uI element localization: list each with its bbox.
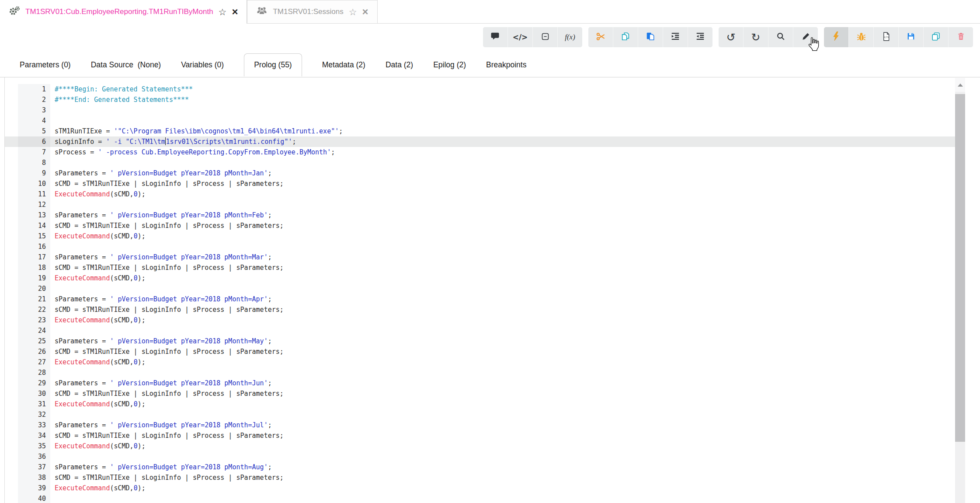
line-number: 5	[18, 126, 50, 136]
favorite-star-icon[interactable]: ☆	[349, 7, 357, 17]
save-button[interactable]	[899, 27, 924, 47]
code-line[interactable]: 26sCMD = sTM1RunTIExe | sLoginInfo | sPr…	[5, 346, 955, 357]
code-editor[interactable]: 1#****Begin: Generated Statements***2#**…	[4, 77, 955, 503]
line-number: 17	[18, 252, 50, 262]
indent-button[interactable]	[663, 27, 688, 47]
code-line[interactable]: 33sParameters = ' pVersion=Budget pYear=…	[5, 420, 955, 430]
code-icon: </>	[513, 33, 528, 42]
code-line[interactable]: 29sParameters = ' pVersion=Budget pYear=…	[5, 378, 955, 388]
duplicate-button[interactable]	[924, 27, 949, 47]
code-line[interactable]: 12	[5, 199, 955, 210]
code-line[interactable]: 5sTM1RunTIExe = '"C:\Program Files\ibm\c…	[5, 126, 955, 136]
code-line[interactable]: 40	[5, 493, 955, 503]
indent-icon	[671, 31, 680, 43]
scroll-up-arrow-icon[interactable]	[955, 78, 965, 92]
line-number: 7	[18, 147, 50, 157]
code-line[interactable]: 4	[5, 115, 955, 126]
code-line[interactable]: 31ExecuteCommand(sCMD,0);	[5, 399, 955, 409]
view-source-button[interactable]: </>	[874, 27, 899, 47]
tab-metadata[interactable]: Metadata (2)	[322, 60, 365, 70]
code-line[interactable]: 28	[5, 367, 955, 378]
search-button[interactable]	[768, 27, 793, 47]
code-line[interactable]: 11ExecuteCommand(sCMD,0);	[5, 189, 955, 199]
code-line[interactable]: 17sParameters = ' pVersion=Budget pYear=…	[5, 252, 955, 262]
line-number: 12	[18, 199, 50, 210]
scrollbar-thumb[interactable]	[955, 94, 965, 442]
code-line[interactable]: 10sCMD = sTM1RunTIExe | sLoginInfo | sPr…	[5, 178, 955, 189]
tab-data[interactable]: Data (2)	[386, 60, 413, 70]
code-button[interactable]: </>	[508, 27, 533, 47]
debug-button[interactable]	[849, 27, 874, 47]
favorite-star-icon[interactable]: ☆	[219, 7, 227, 17]
tab-breakpoints[interactable]: Breakpoints	[486, 60, 526, 70]
code-line[interactable]: 2#****End: Generated Statements****	[5, 94, 955, 105]
code-line[interactable]: 16	[5, 241, 955, 252]
paste-button[interactable]	[638, 27, 663, 47]
code-line[interactable]: 13sParameters = ' pVersion=Budget pYear=…	[5, 210, 955, 220]
code-line[interactable]: 21sParameters = ' pVersion=Budget pYear=…	[5, 294, 955, 304]
copy-icon	[621, 31, 630, 43]
edit-pencil-icon	[801, 32, 810, 43]
line-number: 31	[18, 399, 50, 409]
code-line[interactable]: 34sCMD = sTM1RunTIExe | sLoginInfo | sPr…	[5, 430, 955, 441]
code-line[interactable]: 9sParameters = ' pVersion=Budget pYear=2…	[5, 168, 955, 178]
toolbar: </> f(x)	[483, 27, 973, 47]
line-number: 27	[18, 357, 50, 367]
code-line[interactable]: 18sCMD = sTM1RunTIExe | sLoginInfo | sPr…	[5, 262, 955, 273]
code-line[interactable]: 38sCMD = sTM1RunTIExe | sLoginInfo | sPr…	[5, 472, 955, 483]
line-number: 18	[18, 262, 50, 273]
vertical-scrollbar[interactable]	[955, 78, 965, 503]
comment-icon	[490, 31, 500, 43]
code-line[interactable]: 7sProcess = ' -process Cub.EmployeeRepor…	[5, 147, 955, 157]
line-number: 10	[18, 178, 50, 189]
copy-button[interactable]	[613, 27, 638, 47]
tab-parameters[interactable]: Parameters (0)	[20, 60, 71, 70]
close-icon[interactable]: ×	[362, 7, 368, 17]
code-line[interactable]: 15ExecuteCommand(sCMD,0);	[5, 231, 955, 241]
window-tab-sessions[interactable]: TM1SRV01:Sessions ☆ ×	[247, 0, 377, 23]
toolbar-group-actions: </>	[824, 27, 973, 47]
code-line[interactable]: 27ExecuteCommand(sCMD,0);	[5, 357, 955, 367]
code-line[interactable]: 35ExecuteCommand(sCMD,0);	[5, 441, 955, 451]
undo-button[interactable]: ↺	[719, 27, 744, 47]
line-number: 4	[18, 115, 50, 126]
run-button[interactable]	[824, 27, 849, 47]
code-line[interactable]: 24	[5, 325, 955, 336]
comment-button[interactable]	[483, 27, 508, 47]
tab-epilog[interactable]: Epilog (2)	[433, 60, 466, 70]
window-tab-process[interactable]: TM1SRV01:Cub.EmployeeReporting.TM1RunTIB…	[0, 0, 247, 24]
code-line[interactable]: 20	[5, 283, 955, 294]
collapse-button[interactable]	[533, 27, 558, 47]
function-button[interactable]: f(x)	[558, 27, 582, 47]
code-line[interactable]: 3	[5, 105, 955, 115]
code-line[interactable]: 36	[5, 451, 955, 462]
users-icon	[256, 6, 268, 17]
code-line[interactable]: 39ExecuteCommand(sCMD,0);	[5, 483, 955, 493]
edit-button[interactable]	[793, 27, 818, 47]
tab-prolog[interactable]: Prolog (55)	[244, 53, 302, 77]
code-line[interactable]: 19ExecuteCommand(sCMD,0);	[5, 273, 955, 283]
line-number: 13	[18, 210, 50, 220]
code-line[interactable]: 25sParameters = ' pVersion=Budget pYear=…	[5, 336, 955, 346]
tab-data-source[interactable]: Data Source (None)	[91, 60, 161, 70]
cut-button[interactable]	[588, 27, 613, 47]
redo-button[interactable]: ↻	[744, 27, 768, 47]
code-line[interactable]: 22sCMD = sTM1RunTIExe | sLoginInfo | sPr…	[5, 304, 955, 315]
code-line[interactable]: 14sCMD = sTM1RunTIExe | sLoginInfo | sPr…	[5, 220, 955, 231]
line-number: 24	[18, 325, 50, 336]
code-line[interactable]: 23ExecuteCommand(sCMD,0);	[5, 315, 955, 325]
line-number: 19	[18, 273, 50, 283]
code-line[interactable]: 8	[5, 157, 955, 168]
close-icon[interactable]: ×	[232, 7, 238, 17]
code-line[interactable]: 30sCMD = sTM1RunTIExe | sLoginInfo | sPr…	[5, 388, 955, 399]
code-line[interactable]: 6sLoginInfo = ' -i "C:\TM1\tm1srv01\Scri…	[5, 136, 955, 147]
line-number: 21	[18, 294, 50, 304]
code-line[interactable]: 32	[5, 409, 955, 420]
line-number: 28	[18, 367, 50, 378]
code-line[interactable]: 37sParameters = ' pVersion=Budget pYear=…	[5, 462, 955, 472]
duplicate-icon	[931, 31, 941, 43]
outdent-button[interactable]	[688, 27, 712, 47]
code-line[interactable]: 1#****Begin: Generated Statements***	[5, 84, 955, 94]
delete-button[interactable]	[949, 27, 973, 47]
tab-variables[interactable]: Variables (0)	[181, 60, 224, 70]
